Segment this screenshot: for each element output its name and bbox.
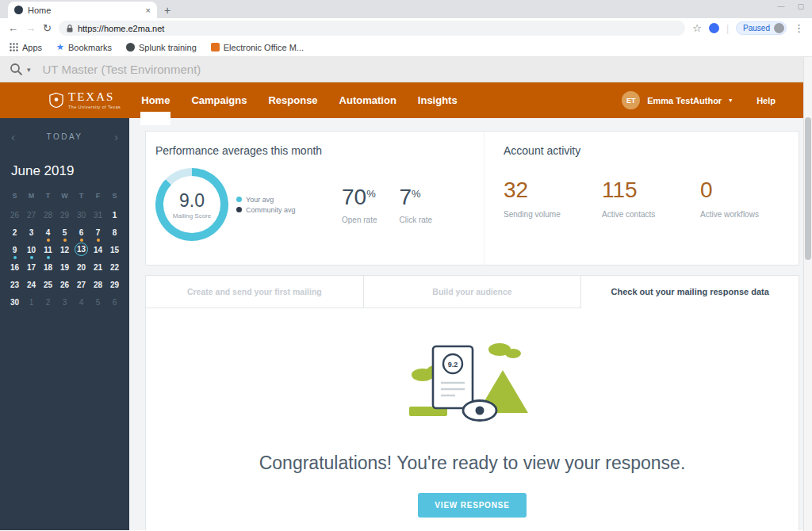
calendar-day-header-6: S xyxy=(106,192,123,208)
refresh-icon[interactable]: ↻ xyxy=(43,23,52,33)
extension-icon[interactable] xyxy=(709,23,719,33)
calendar-day-27[interactable]: 27 xyxy=(23,208,40,225)
account-search-bar[interactable]: ▾ UT Master (Test Environment) xyxy=(0,57,812,82)
calendar-day-3[interactable]: 3 xyxy=(23,225,40,243)
calendar-next-icon[interactable]: › xyxy=(114,131,118,143)
calendar-day-30[interactable]: 30 xyxy=(6,295,23,312)
bookmark-star-icon[interactable]: ☆ xyxy=(692,23,702,33)
sync-paused-badge[interactable]: Paused xyxy=(736,21,787,35)
performance-title: Performance averages this month xyxy=(155,144,484,157)
calendar-day-16[interactable]: 16 xyxy=(6,260,23,277)
calendar-day-13[interactable]: 13 xyxy=(73,243,90,260)
calendar-day-20[interactable]: 20 xyxy=(73,260,90,277)
user-caret-icon[interactable]: ▾ xyxy=(729,97,732,104)
calendar-day-17[interactable]: 17 xyxy=(23,260,40,277)
new-tab-button[interactable]: + xyxy=(157,2,178,18)
back-icon[interactable]: ← xyxy=(8,23,18,33)
calendar-day-5[interactable]: 5 xyxy=(56,225,73,243)
calendar-day-11[interactable]: 11 xyxy=(40,243,56,260)
calendar-day-7[interactable]: 7 xyxy=(90,225,106,243)
search-icon xyxy=(10,63,23,76)
onboarding-tab-3[interactable]: Check out your mailing response data xyxy=(581,275,799,308)
calendar-day-27[interactable]: 27 xyxy=(73,277,90,295)
mailing-score-gauge: 9.0 Mailing Score xyxy=(155,168,228,241)
calendar-day-2[interactable]: 2 xyxy=(40,295,56,312)
help-link[interactable]: Help xyxy=(756,96,776,105)
account-activity-title: Account activity xyxy=(504,144,799,157)
texas-logo[interactable]: TEXAS The University of Texas xyxy=(49,91,121,109)
calendar-day-2[interactable]: 2 xyxy=(6,225,23,243)
apps-shortcut[interactable]: Apps xyxy=(10,43,42,52)
mailing-score-label: Mailing Score xyxy=(173,212,211,220)
nav-item-response[interactable]: Response xyxy=(268,94,317,106)
event-dot xyxy=(13,256,17,259)
calendar-day-1[interactable]: 1 xyxy=(23,295,40,312)
congratulations-heading: Congratulations! You're ready to view yo… xyxy=(146,453,799,474)
onboarding-tab-2[interactable]: Build your audience xyxy=(364,275,582,308)
calendar-day-4[interactable]: 4 xyxy=(73,295,90,312)
performance-section: Performance averages this month 9.0 Mail… xyxy=(146,132,484,265)
calendar-day-9[interactable]: 9 xyxy=(6,243,23,260)
calendar-day-21[interactable]: 21 xyxy=(90,260,106,277)
calendar-day-12[interactable]: 12 xyxy=(56,243,73,260)
calendar-day-31[interactable]: 31 xyxy=(90,208,106,225)
calendar-day-14[interactable]: 14 xyxy=(90,243,106,260)
bookmark-eom[interactable]: Electronic Office M... xyxy=(211,43,304,52)
nav-item-automation[interactable]: Automation xyxy=(339,94,396,106)
calendar-day-19[interactable]: 19 xyxy=(56,260,73,277)
calendar-day-5[interactable]: 5 xyxy=(90,295,106,312)
calendar-day-22[interactable]: 22 xyxy=(106,260,123,277)
scrollbar-thumb[interactable] xyxy=(805,117,811,260)
event-dot xyxy=(80,239,83,242)
calendar-day-25[interactable]: 25 xyxy=(40,277,56,295)
eom-favicon xyxy=(211,43,220,52)
calendar-day-23[interactable]: 23 xyxy=(6,277,23,295)
calendar-day-4[interactable]: 4 xyxy=(40,225,56,243)
minimize-icon[interactable]: — xyxy=(777,2,784,10)
browser-addressbar: ← → ↻ https://home.e2ma.net ☆ | Paused ⋮ xyxy=(0,18,812,38)
calendar-day-28[interactable]: 28 xyxy=(90,277,106,295)
calendar-day-1[interactable]: 1 xyxy=(106,208,123,225)
calendar-day-8[interactable]: 8 xyxy=(106,225,123,243)
tab-close-icon[interactable]: × xyxy=(146,6,151,15)
search-caret-icon[interactable]: ▾ xyxy=(27,66,31,74)
calendar-day-18[interactable]: 18 xyxy=(40,260,56,277)
nav-item-insights[interactable]: Insights xyxy=(418,94,458,106)
calendar-day-28[interactable]: 28 xyxy=(40,208,56,225)
nav-item-campaigns[interactable]: Campaigns xyxy=(191,94,247,106)
legend-dot-icon xyxy=(236,207,242,212)
account-activity-section: Account activity 32Sending volume115Acti… xyxy=(484,132,799,265)
performance-row: 9.0 Mailing Score Your avgCommunity avg … xyxy=(155,168,484,241)
calendar-day-26[interactable]: 26 xyxy=(56,277,73,295)
browser-menu-icon[interactable]: ⋮ xyxy=(794,23,804,33)
user-avatar[interactable]: ET xyxy=(622,91,640,109)
onboarding-tab-1[interactable]: Create and send your first mailing xyxy=(145,275,364,308)
calendar-day-10[interactable]: 10 xyxy=(23,243,40,260)
calendar-day-30[interactable]: 30 xyxy=(73,208,90,225)
view-response-button[interactable]: VIEW RESPONSE xyxy=(418,493,526,518)
calendar-day-15[interactable]: 15 xyxy=(106,243,123,260)
onboarding-tabs: Create and send your first mailingBuild … xyxy=(145,275,799,308)
calendar-day-3[interactable]: 3 xyxy=(56,295,73,312)
splunk-favicon xyxy=(126,43,135,52)
bookmark-splunk[interactable]: Splunk training xyxy=(126,43,197,52)
calendar-prev-icon[interactable]: ‹ xyxy=(11,131,15,143)
gauge-center: 9.0 Mailing Score xyxy=(163,176,220,233)
url-bar[interactable]: https://home.e2ma.net xyxy=(59,21,685,36)
calendar-today-button[interactable]: TODAY xyxy=(46,132,82,141)
calendar-day-29[interactable]: 29 xyxy=(56,208,73,225)
user-menu[interactable]: Emma TestAuthor xyxy=(647,96,722,105)
nav-item-home[interactable]: Home xyxy=(141,94,170,106)
browser-tab[interactable]: Home × xyxy=(8,2,157,18)
calendar-day-6[interactable]: 6 xyxy=(106,295,123,312)
window-controls: — ▢ xyxy=(777,2,804,10)
bookmarks-folder[interactable]: ★ Bookmarks xyxy=(56,42,112,52)
maximize-icon[interactable]: ▢ xyxy=(797,2,804,10)
calendar-day-29[interactable]: 29 xyxy=(106,277,123,295)
splunk-label: Splunk training xyxy=(139,43,197,52)
calendar-day-26[interactable]: 26 xyxy=(6,208,23,225)
calendar-day-6[interactable]: 6 xyxy=(73,225,90,243)
event-dot xyxy=(30,256,33,259)
page-scrollbar[interactable] xyxy=(803,57,812,531)
calendar-day-24[interactable]: 24 xyxy=(23,277,40,295)
